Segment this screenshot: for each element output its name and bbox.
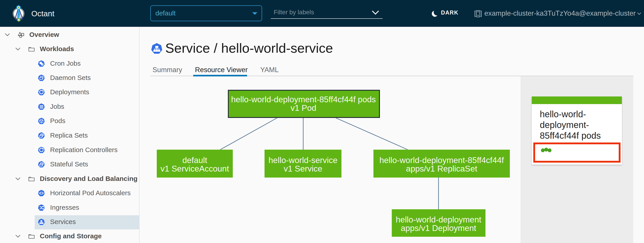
svg-text:v1 Service: v1 Service <box>284 164 322 173</box>
svg-text:hello-world-deployment-85ff4cf: hello-world-deployment-85ff4cf44f <box>380 156 504 165</box>
svg-text:v1 ServiceAccount: v1 ServiceAccount <box>160 164 229 173</box>
svg-text:apps/v1 Deployment: apps/v1 Deployment <box>401 224 476 233</box>
svg-text:default: default <box>182 156 207 165</box>
svg-text:hello-world-deployment: hello-world-deployment <box>396 215 482 224</box>
svg-text:v1 Pod: v1 Pod <box>290 103 316 113</box>
svg-text:apps/v1 ReplicaSet: apps/v1 ReplicaSet <box>406 164 478 173</box>
svg-text:hello-world-service: hello-world-service <box>268 156 338 165</box>
svg-text:hello-world-deployment-85ff4cf: hello-world-deployment-85ff4cf44f pods <box>231 95 376 104</box>
